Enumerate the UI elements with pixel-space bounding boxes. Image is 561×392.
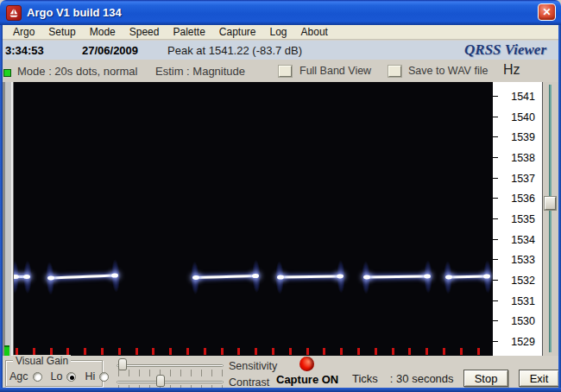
- qrss-viewer-logo: QRSS Viewer: [464, 41, 546, 59]
- sensitivity-label: Sensitivity: [229, 360, 277, 372]
- time-tick: [340, 348, 343, 355]
- window-border-bottom: [0, 388, 561, 392]
- time-tick: [101, 348, 104, 355]
- menu-item-capture[interactable]: Capture: [212, 25, 263, 39]
- estim-readout: Estim : Magnitude: [155, 65, 245, 78]
- freq-axis-tick: [493, 320, 498, 321]
- clock-time: 3:34:53: [5, 44, 44, 57]
- freq-axis-label: 1538: [501, 152, 535, 164]
- freq-axis-label: 1537: [501, 173, 535, 185]
- radio-hi[interactable]: [99, 372, 109, 382]
- freq-axis-label: 1541: [501, 91, 535, 103]
- freq-axis-tick: [493, 341, 498, 342]
- sweep-position-indicator: [4, 345, 9, 356]
- menu-item-log[interactable]: Log: [263, 25, 294, 39]
- time-tick: [221, 348, 224, 355]
- freq-axis-label: 1532: [501, 275, 535, 287]
- freq-axis-tick: [493, 218, 498, 219]
- freq-axis-label: 1539: [501, 131, 535, 143]
- freq-axis-label: 1540: [501, 111, 535, 123]
- time-tick: [50, 348, 53, 355]
- menu-item-argo[interactable]: Argo: [6, 25, 41, 39]
- frequency-scale: 1541154015391538153715361535153415331532…: [493, 82, 543, 356]
- visual-gain-label: Visual Gain: [13, 355, 71, 367]
- freq-axis-label: 1531: [501, 295, 535, 307]
- radio-agc[interactable]: [33, 372, 42, 382]
- argo-window: Argo V1 build 134 ✕ ArgoSetupModeSpeedPa…: [0, 0, 561, 392]
- time-tick: [477, 348, 480, 355]
- freq-axis-tick: [493, 117, 498, 117]
- full-band-view-checkbox[interactable]: [279, 66, 292, 77]
- radio-label-lo: Lo: [51, 370, 63, 383]
- frequency-unit-label: Hz: [503, 62, 520, 78]
- time-tick: [33, 348, 35, 355]
- sailboat-app-icon: [6, 5, 22, 21]
- time-tick: [375, 348, 377, 355]
- ticks-value: : 30 seconds: [390, 372, 454, 385]
- signal-segment: [194, 275, 257, 279]
- time-tick: [323, 348, 325, 355]
- freq-axis-tick: [493, 280, 498, 281]
- freq-axis-label: 1536: [501, 193, 535, 205]
- contrast-slider-track[interactable]: [117, 381, 224, 383]
- exit-button[interactable]: Exit: [519, 370, 559, 387]
- freq-axis-tick: [493, 96, 498, 97]
- radio-label-hi: Hi: [85, 370, 95, 383]
- freq-axis-tick: [493, 300, 498, 301]
- stop-button[interactable]: Stop: [463, 370, 508, 387]
- left-margin-strip: [3, 82, 14, 356]
- title-bar[interactable]: Argo V1 build 134 ✕: [0, 0, 561, 25]
- status-bar: 3:34:53 27/06/2009 Peak at 1541.22 (-83.…: [3, 41, 558, 60]
- freq-axis-tick: [493, 239, 498, 240]
- frequency-slider-track[interactable]: [549, 85, 552, 352]
- freq-axis-label: 1530: [501, 315, 535, 327]
- capture-status-label: Capture ON: [276, 373, 338, 386]
- menu-item-about[interactable]: About: [294, 25, 335, 39]
- time-tick: [152, 348, 154, 355]
- time-tick: [425, 348, 428, 355]
- segment-end-dot: [23, 275, 30, 279]
- signal-segment: [49, 275, 117, 280]
- freq-axis-label: 1535: [501, 213, 535, 225]
- radio-label-agc: Agc: [9, 370, 28, 383]
- sensitivity-slider-thumb[interactable]: [118, 358, 127, 370]
- freq-axis-tick: [493, 178, 498, 179]
- date-display: 27/06/2009: [82, 44, 138, 57]
- time-tick: [272, 348, 274, 355]
- mode-readout: Mode : 20s dots, normal: [17, 65, 137, 78]
- menu-item-speed[interactable]: Speed: [123, 25, 167, 39]
- menu-item-mode[interactable]: Mode: [83, 25, 123, 39]
- full-band-view-label: Full Band View: [299, 65, 371, 77]
- time-tick: [408, 348, 411, 355]
- close-icon[interactable]: ✕: [538, 3, 556, 21]
- time-tick: [306, 348, 309, 355]
- capture-led-icon: [299, 357, 314, 371]
- signal-segment: [14, 275, 28, 278]
- visual-gain-groupbox: Visual Gain AgcLoHi: [5, 360, 103, 387]
- freq-axis-tick: [493, 259, 498, 260]
- menu-item-setup[interactable]: Setup: [41, 25, 82, 39]
- time-tick: [136, 348, 138, 355]
- ticks-readout: Ticks : 30 seconds: [352, 372, 454, 385]
- menu-item-palette[interactable]: Palette: [166, 25, 211, 39]
- time-tick: [169, 348, 172, 355]
- waterfall-area: 1541154015391538153715361535153415331532…: [3, 82, 558, 356]
- sensitivity-slider-track[interactable]: [117, 364, 224, 367]
- segment-end-dot: [363, 275, 370, 279]
- visual-gain-options: AgcLoHi: [9, 370, 114, 383]
- frequency-slider-thumb[interactable]: [545, 197, 556, 210]
- signal-segment: [279, 275, 342, 278]
- save-to-wav-checkbox[interactable]: [388, 66, 401, 77]
- window-title: Argo V1 build 134: [27, 6, 122, 19]
- radio-lo[interactable]: [66, 372, 76, 382]
- ticks-label: Ticks: [352, 372, 378, 385]
- time-tick: [118, 348, 121, 355]
- freq-axis-tick: [493, 157, 498, 158]
- contrast-slider-thumb[interactable]: [156, 375, 165, 387]
- time-tick: [237, 348, 240, 355]
- mode-bar: Mode : 20s dots, normal Estim : Magnitud…: [3, 60, 558, 82]
- time-tick: [443, 348, 445, 355]
- signal-segment: [365, 275, 429, 279]
- peak-readout: Peak at 1541.22 (-83.7 dB): [167, 44, 302, 57]
- segment-end-dot: [424, 275, 431, 279]
